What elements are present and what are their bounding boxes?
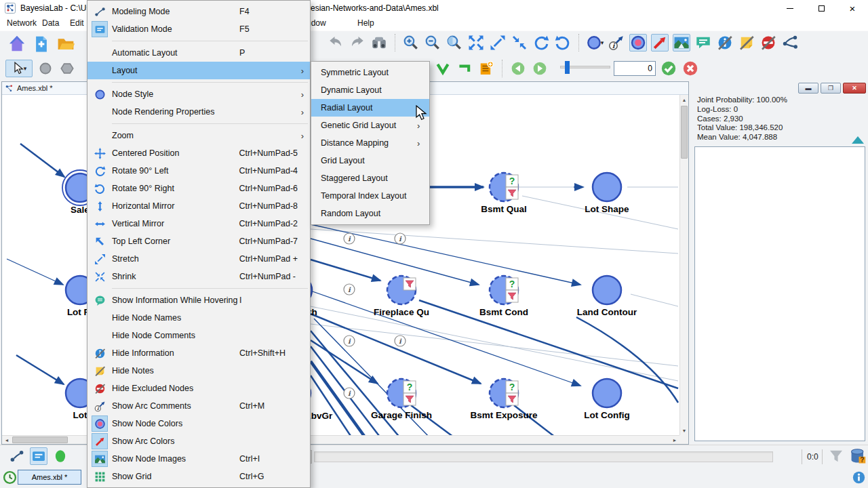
arc-info-badge[interactable]: i [344,336,355,346]
menu-item-horizontal-mirror[interactable]: Horizontal MirrorCtrl+NumPad-8 [87,197,310,215]
info-icon[interactable] [852,470,866,485]
menu-item-hide-node-comments[interactable]: Hide Node Comments [87,327,310,344]
arc-info-badge[interactable]: i [344,284,355,295]
node-style-button[interactable]: ▾ [586,34,604,52]
menu-item-show-node-colors[interactable]: Show Node Colors [87,415,310,432]
menu-item-rotate-90-right[interactable]: Rotate 90° RightCtrl+NumPad-6 [87,180,310,197]
menu-edit[interactable]: Edit [70,18,84,28]
menu-item-zoom[interactable]: Zoom› [87,127,310,144]
menu-item-shrink[interactable]: ShrinkCtrl+NumPad - [87,268,310,285]
graph-node-bsmt-cond[interactable]: ?Bsmt Cond [479,276,528,317]
graph-edge[interactable] [311,260,380,281]
menu-item-node-style[interactable]: Node Style› [87,85,310,103]
ellipse-tool-button[interactable] [37,60,54,77]
node-images-button[interactable] [673,34,690,52]
zoom-slider[interactable] [560,66,610,68]
validation-mode-button[interactable] [30,447,47,465]
collapse-triangle-icon[interactable] [852,136,864,144]
run-ellipse-button[interactable] [52,447,69,465]
graph-node-bsmt-exposure[interactable]: ?Bsmt Exposure [470,379,538,420]
graph-edge[interactable] [20,144,64,177]
menu-item-show-information-while-hovering[interactable]: Show Information While HoveringI [87,291,310,309]
menu-item-rotate-90-left[interactable]: Rotate 90° LeftCtrl+NumPad-4 [87,162,310,180]
submenu-item-genetic-grid-layout[interactable]: Genetic Grid Layout› [311,117,429,134]
graph-edge[interactable] [631,294,678,306]
menu-item-show-grid[interactable]: Show GridCtrl+G [87,468,310,485]
cursor-select-button[interactable]: ▾ [5,60,33,77]
menu-item-layout[interactable]: Layout› [87,62,310,79]
graph-edge[interactable] [7,259,63,285]
comment-bubble-button[interactable] [694,34,712,52]
cancel-x-button[interactable] [682,60,699,77]
scroll-left-arrow[interactable]: ◄ [3,436,11,444]
mdi-restore-button[interactable]: ❐ [821,83,841,94]
monitor-list-box[interactable] [694,146,865,441]
menu-item-show-node-images[interactable]: Show Node ImagesCtrl+I [87,450,310,468]
submenu-item-distance-mapping[interactable]: Distance Mapping› [311,134,429,152]
fit-to-window-button[interactable] [467,34,485,52]
arc-info-badge[interactable]: i [395,233,406,244]
menu-item-node-rendering-properties[interactable]: Node Rendering Properties› [87,103,310,121]
funnel-button[interactable] [827,447,845,465]
new-network-button[interactable] [31,34,52,54]
menu-item-hide-information[interactable]: Hide InformationCtrl+Shift+H [87,344,310,362]
rotate-right-button[interactable] [554,34,572,52]
graph-node-fireplace-qu[interactable]: Fireplace Qu [374,276,429,317]
menu-item-show-arc-comments[interactable]: iShow Arc CommentsCtrl+M [87,397,310,415]
check-v-button[interactable] [434,60,452,77]
database-question-button[interactable]: ? [849,447,867,465]
arc-info-badge[interactable]: i [395,336,406,346]
search-binoculars-button[interactable] [370,34,388,52]
menu-item-hide-node-names[interactable]: Hide Node Names [87,309,310,327]
graph-edge[interactable] [311,229,678,253]
graph-node-lot-shape[interactable]: Lot Shape [585,173,629,214]
graph-node-land-contour[interactable]: Land Contour [577,276,637,317]
submenu-item-grid-layout[interactable]: Grid Layout [311,152,429,169]
menu-item-centered-position[interactable]: Centered PositionCtrl+NumPad-5 [87,144,310,162]
arc-info-badge[interactable]: i [344,388,355,399]
step-count-input[interactable] [614,61,656,76]
menu-item-hide-excluded-nodes[interactable]: Hide Excluded Nodes [87,380,310,397]
nav-right-button[interactable] [531,60,549,77]
menu-item-modeling-mode[interactable]: Modeling ModeF4 [87,3,310,20]
vertical-scrollbar[interactable]: ▲ ▼ [679,95,688,435]
graph-node-bsmt-qual[interactable]: ?Bsmt Qual [481,173,527,214]
graph-edge[interactable] [311,324,678,366]
graph-node-lot-config[interactable]: Lot Config [584,379,629,420]
submenu-item-staggered-layout[interactable]: Staggered Layout [311,169,429,187]
menu-item-validation-mode[interactable]: Validation ModeF5 [87,20,310,38]
open-folder-button[interactable] [56,34,76,54]
zoom-in-button[interactable] [402,34,420,52]
home-button[interactable] [7,34,27,54]
window-close-button[interactable]: × [837,0,868,16]
arc-creation-button[interactable] [781,34,799,52]
tab-ames-xbl[interactable]: Ames.xbl * [18,470,81,485]
menu-data[interactable]: Data [42,18,59,28]
nav-left-button[interactable] [509,60,527,77]
shrink-button[interactable] [511,34,528,52]
menu-help[interactable]: Help [357,18,374,28]
undo-button[interactable] [327,34,344,52]
redo-button[interactable] [349,34,366,52]
menu-item-vertical-mirror[interactable]: Vertical MirrorCtrl+NumPad-2 [87,215,310,232]
graph-edge[interactable] [311,314,481,384]
window-minimize-button[interactable] [774,0,806,16]
zoom-selection-button[interactable] [446,34,463,52]
zoom-out-button[interactable] [424,34,441,52]
horizontal-scroll-thumb[interactable] [12,436,68,443]
note-add-button[interactable] [477,60,495,77]
menu-item-automatic-layout[interactable]: Automatic LayoutP [87,44,310,62]
scroll-up-arrow[interactable]: ▲ [680,96,688,104]
menu-item-show-arc-colors[interactable]: Show Arc Colors [87,432,310,450]
submenu-item-random-layout[interactable]: Random Layout [311,205,429,222]
arc-comments-button[interactable]: i [608,34,625,52]
submenu-item-radial-layout[interactable]: Radial Layout [311,99,429,117]
menu-item-stretch[interactable]: StretchCtrl+NumPad + [87,250,310,268]
corner-arrow-button[interactable] [456,60,473,77]
menu-item-top-left-corner[interactable]: Top Left CornerCtrl+NumPad-7 [87,232,310,250]
enlarge-button[interactable] [489,34,507,52]
check-ok-button[interactable] [660,60,677,77]
window-restore-button[interactable] [806,0,837,16]
hide-excluded-button[interactable] [760,34,777,52]
menu-item-hide-notes[interactable]: Hide Notes [87,362,310,380]
